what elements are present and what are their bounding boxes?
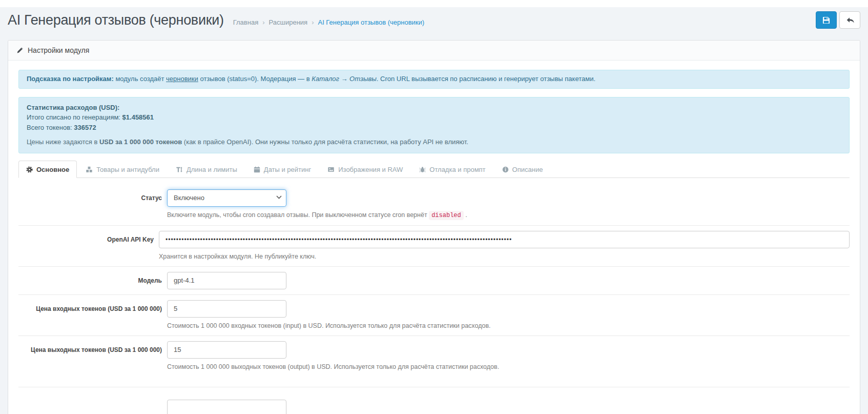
page-header: AI Генерация отзывов (черновики) Главная…	[8, 9, 860, 31]
tab-images-raw[interactable]: Изображения и RAW	[320, 161, 410, 178]
divider	[18, 387, 850, 387]
form-group-next-partial	[18, 400, 850, 414]
top-strip	[0, 0, 868, 7]
gear-icon	[26, 166, 33, 173]
breadcrumb: Главная › Расширения › AI Генерация отзы…	[233, 18, 424, 26]
bug-icon	[419, 166, 426, 173]
form-group-price-input: Цена входных токенов (USD за 1 000 000) …	[18, 300, 850, 330]
breadcrumb-separator: ›	[262, 18, 264, 26]
status-select[interactable]: Включено	[167, 189, 286, 207]
save-icon	[822, 16, 830, 24]
price-input-input[interactable]	[167, 300, 286, 318]
settings-panel: Настройки модуля Подсказка по настройкам…	[8, 40, 860, 414]
page-content: AI Генерация отзывов (черновики) Главная…	[0, 9, 868, 414]
status-help-text: Включите модуль, чтобы cron создавал отз…	[167, 211, 429, 219]
settings-tabs: Основное Товары и антидубли Длина и лими…	[18, 161, 850, 178]
price-output-label: Цена выходных токенов (USD за 1 000 000)	[18, 341, 162, 371]
model-input[interactable]	[167, 272, 286, 289]
api-key-input[interactable]	[159, 231, 850, 248]
tab-general[interactable]: Основное	[18, 161, 77, 178]
tab-label: Даты и рейтинг	[264, 166, 311, 173]
breadcrumb-extensions[interactable]: Расширения	[269, 18, 308, 26]
stats-total-label: Итого списано по генерациям:	[27, 113, 122, 121]
breadcrumb-current[interactable]: AI Генерация отзывов (черновики)	[318, 18, 424, 26]
back-button[interactable]	[839, 11, 860, 29]
hint-text: модуль создаёт	[114, 75, 166, 83]
breadcrumb-separator: ›	[312, 18, 314, 26]
tab-dates-rating[interactable]: Даты и рейтинг	[246, 161, 319, 178]
form-group-api-key: OpenAI API Key Хранится в настройках мод…	[18, 231, 850, 261]
hint-text: отзывов (status=0). Модерация — в	[198, 75, 312, 83]
divider	[18, 294, 850, 295]
tab-label: Длина и лимиты	[187, 166, 237, 173]
image-icon	[327, 166, 335, 173]
panel-heading-label: Настройки модуля	[28, 46, 89, 54]
next-field-input[interactable]	[167, 400, 286, 414]
tab-label: Отладка и промпт	[429, 166, 485, 173]
hint-text: . Cron URL вызывается по расписанию и ге…	[377, 75, 595, 83]
api-key-help: Хранится в настройках модуля. Не публику…	[159, 252, 850, 261]
stats-note: Цены ниже задаются в	[27, 138, 99, 146]
tab-label: Товары и антидубли	[96, 166, 159, 173]
api-key-label: OpenAI API Key	[18, 231, 154, 261]
panel-heading: Настройки модуля	[8, 41, 860, 61]
tab-products[interactable]: Товары и антидубли	[78, 161, 167, 178]
status-help-code: disabled	[429, 211, 464, 220]
status-help-text: .	[464, 211, 467, 219]
stats-note-bold: USD за 1 000 000 токенов	[99, 138, 182, 146]
hint-alert: Подсказка по настройкам: модуль создаёт …	[18, 70, 850, 89]
form-group-status: Статус Включено Включите модуль, чтобы c…	[18, 189, 850, 220]
divider	[18, 336, 850, 336]
stats-note: (как в прайсе OpenAI). Они нужны только …	[182, 138, 468, 146]
breadcrumb-home[interactable]: Главная	[233, 18, 258, 26]
price-input-help: Стоимость 1 000 000 входных токенов (inp…	[167, 322, 850, 330]
status-label: Статус	[18, 189, 162, 220]
panel-body: Подсказка по настройкам: модуль создаёт …	[8, 61, 860, 414]
hint-drafts-link: черновики	[166, 75, 198, 83]
back-icon	[846, 16, 854, 24]
stats-total-value: $1.458561	[122, 113, 154, 121]
tab-label: Изображения и RAW	[338, 166, 403, 173]
tab-debug-prompt[interactable]: Отладка и промпт	[411, 161, 493, 178]
tab-length-limits[interactable]: Длина и лимиты	[168, 161, 245, 178]
hint-label: Подсказка по настройкам:	[27, 75, 114, 83]
price-output-help: Стоимость 1 000 000 выходных токенов (ou…	[167, 363, 850, 371]
tab-description[interactable]: Описание	[494, 161, 551, 178]
price-output-input[interactable]	[167, 341, 286, 359]
hint-path: Каталог → Отзывы	[312, 75, 377, 83]
cubes-icon	[86, 166, 93, 173]
save-button[interactable]	[816, 11, 837, 29]
tab-label: Описание	[512, 166, 543, 173]
stats-alert: Статистика расходов (USD): Итого списано…	[18, 97, 850, 153]
form-group-model: Модель	[18, 272, 850, 289]
info-circle-icon	[502, 166, 509, 173]
model-label: Модель	[18, 272, 162, 289]
pencil-icon	[16, 47, 23, 54]
calendar-icon	[254, 166, 260, 173]
stats-tokens-label: Всего токенов:	[27, 124, 74, 131]
status-help: Включите модуль, чтобы cron создавал отз…	[167, 211, 850, 220]
page-title: AI Генерация отзывов (черновики)	[8, 12, 224, 28]
text-height-icon	[176, 166, 183, 173]
divider	[18, 225, 850, 226]
stats-title: Статистика расходов (USD):	[27, 104, 119, 111]
stats-tokens-value: 336572	[74, 124, 96, 131]
header-actions	[816, 11, 860, 29]
divider	[18, 266, 850, 267]
form-group-price-output: Цена выходных токенов (USD за 1 000 000)…	[18, 341, 850, 371]
next-field-label	[18, 400, 162, 414]
tab-label: Основное	[36, 166, 69, 173]
price-input-label: Цена входных токенов (USD за 1 000 000)	[18, 300, 162, 330]
tab-content-general: Статус Включено Включите модуль, чтобы c…	[18, 189, 850, 414]
